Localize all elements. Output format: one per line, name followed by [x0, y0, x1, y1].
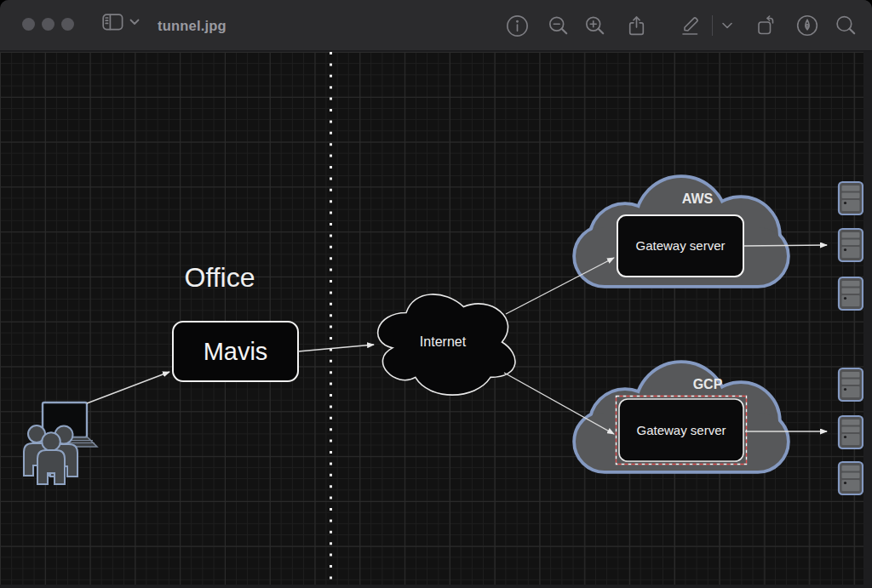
internet-label: Internet: [420, 334, 467, 349]
preview-window: tunnel.jpg: [0, 0, 872, 588]
pen-nib-icon: [795, 14, 819, 37]
rotate-icon: [754, 14, 778, 37]
gcp-label: GCP: [693, 377, 723, 391]
toolbar: [0, 14, 872, 37]
gcp-gateway-selected-annotation[interactable]: Gateway server: [617, 397, 747, 465]
office-label: Office: [185, 262, 255, 293]
search-button[interactable]: [834, 14, 858, 37]
aws-cloud: AWS Gateway server: [576, 178, 787, 285]
share-button[interactable]: [624, 14, 648, 37]
server-icon: [839, 277, 863, 310]
arrow-aws-to-servers: [743, 245, 827, 246]
info-button[interactable]: [505, 14, 529, 37]
zoom-out-icon: [547, 14, 570, 37]
users-group-icon: [24, 425, 77, 484]
titlebar: tunnel.jpg: [0, 0, 872, 51]
server-icon: [839, 462, 863, 494]
zoom-out-button[interactable]: [546, 14, 570, 37]
toolbar-divider: [712, 15, 713, 36]
gcp-gateway-label: Gateway server: [636, 423, 726, 437]
document-canvas[interactable]: Office Mavis: [0, 52, 863, 585]
server-icon: [839, 416, 863, 448]
aws-gateway-label: Gateway server: [635, 238, 725, 253]
mavis-label: Mavis: [204, 338, 268, 365]
search-icon: [835, 14, 858, 37]
arrow-mavis-to-internet: [298, 345, 374, 351]
diagram-image: Office Mavis: [0, 52, 863, 585]
share-icon: [625, 14, 648, 37]
markup-options-button[interactable]: [719, 14, 736, 37]
chevron-down-icon: [721, 21, 733, 30]
zoom-in-button[interactable]: [582, 14, 606, 37]
aws-servers: [839, 182, 863, 310]
info-icon: [506, 14, 529, 37]
rotate-button[interactable]: [754, 14, 778, 37]
markup-pencil-icon: [678, 14, 702, 37]
markup-button[interactable]: [678, 14, 702, 37]
annotate-button[interactable]: [795, 14, 819, 37]
gcp-servers: [839, 368, 863, 494]
aws-label: AWS: [682, 191, 714, 206]
server-icon: [839, 229, 863, 261]
server-icon: [839, 368, 863, 401]
arrow-users-to-mavis: [87, 372, 169, 403]
zoom-in-icon: [583, 14, 606, 37]
mavis-node: Mavis: [173, 322, 298, 381]
internet-cloud: Internet: [378, 294, 515, 395]
server-icon: [839, 182, 863, 214]
